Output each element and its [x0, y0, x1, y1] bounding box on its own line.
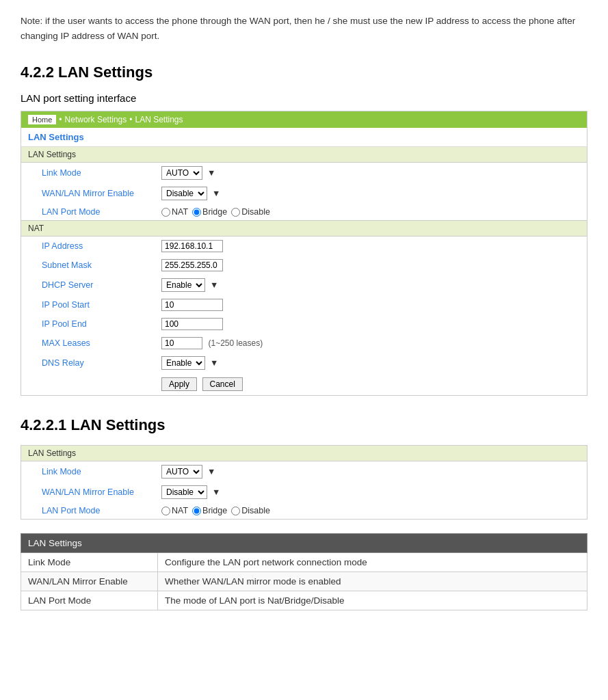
radio-disable[interactable] [231, 208, 240, 217]
subnet-mask-cell [158, 256, 587, 275]
ip-pool-start-label: IP Pool Start [21, 295, 158, 314]
dns-relay-select[interactable]: Enable [161, 356, 205, 370]
breadcrumb-lan[interactable]: LAN Settings [135, 115, 183, 124]
radio-disable-label[interactable]: Disable [231, 207, 270, 217]
action-empty-cell [21, 373, 158, 395]
mini-radio-nat-text: NAT [172, 506, 188, 515]
mini-radio-bridge[interactable] [192, 507, 201, 515]
subnet-mask-label: Subnet Mask [21, 256, 158, 275]
radio-bridge[interactable] [192, 208, 201, 217]
table-row-ip-pool-end: IP Pool End [21, 314, 587, 334]
breadcrumb-bar: Home • Network Settings • LAN Settings [21, 111, 587, 128]
max-leases-input[interactable] [161, 337, 202, 349]
nat-settings-table: IP Address Subnet Mask DHCP Server Enabl… [21, 237, 587, 395]
radio-nat-label[interactable]: NAT [161, 207, 188, 217]
info-table-row: WAN/LAN Mirror EnableWhether WAN/LAN mir… [21, 572, 587, 591]
wan-lan-select[interactable]: Disable [161, 187, 207, 200]
info-table-body: Link ModeConfigure the LAN port network … [21, 553, 587, 610]
subnet-mask-input[interactable] [161, 259, 223, 271]
info-table-header: LAN Settings [21, 534, 587, 553]
info-col1: LAN Port Mode [21, 591, 158, 610]
mini-lan-port-mode-cell: NAT Bridge Disable [158, 502, 587, 519]
table-row-ip-address: IP Address [21, 237, 587, 256]
mini-table-row-wan-lan: WAN/LAN Mirror Enable Disable ▼ [21, 482, 587, 502]
breadcrumb-sep2: • [129, 115, 132, 124]
max-leases-cell: (1~250 leases) [158, 334, 587, 353]
section-sub-heading: LAN port setting interface [21, 92, 587, 104]
mini-radio-disable-text: Disable [241, 506, 270, 515]
info-table-row: Link ModeConfigure the LAN port network … [21, 553, 587, 572]
breadcrumb-network[interactable]: Network Settings [65, 115, 127, 124]
mini-link-mode-label: Link Mode [21, 461, 158, 482]
lan-mini-box: LAN Settings Link Mode AUTO ▼ WAN/LAN Mi… [21, 445, 587, 520]
section-2-heading: 4.2.2.1 LAN Settings [21, 416, 587, 434]
mini-settings-table: Link Mode AUTO ▼ WAN/LAN Mirror Enable D… [21, 461, 587, 519]
ip-pool-end-cell [158, 314, 587, 334]
table-row-dhcp-server: DHCP Server Enable ▼ [21, 275, 587, 295]
info-table: LAN Settings Link ModeConfigure the LAN … [21, 533, 587, 610]
mini-radio-disable-label[interactable]: Disable [231, 506, 270, 515]
mini-lan-port-mode-group: NAT Bridge Disable [161, 506, 580, 515]
radio-bridge-text: Bridge [202, 207, 227, 217]
ip-address-label: IP Address [21, 237, 158, 256]
mini-radio-nat[interactable] [161, 507, 170, 515]
action-row: Apply Cancel [21, 373, 587, 395]
max-leases-label: MAX Leases [21, 334, 158, 353]
lan-interface-box: Home • Network Settings • LAN Settings L… [21, 111, 587, 396]
section-heading: 4.2.2 LAN Settings [21, 64, 587, 81]
apply-button[interactable]: Apply [161, 377, 197, 391]
section-4-2-2-1: 4.2.2.1 LAN Settings LAN Settings Link M… [21, 416, 587, 610]
dhcp-server-cell: Enable ▼ [158, 275, 587, 295]
info-col2: Whether WAN/LAN mirror mode is enabled [158, 572, 587, 591]
radio-nat[interactable] [161, 208, 170, 217]
dhcp-server-label: DHCP Server [21, 275, 158, 295]
info-table-row: LAN Port ModeThe mode of LAN port is Nat… [21, 591, 587, 610]
table-row-ip-pool-start: IP Pool Start [21, 295, 587, 314]
info-table-header-row: LAN Settings [21, 534, 587, 553]
section-4-2-2: 4.2.2 LAN Settings LAN port setting inte… [21, 64, 587, 396]
link-mode-select[interactable]: AUTO [161, 166, 202, 180]
ip-pool-end-input[interactable] [161, 318, 223, 330]
mini-wan-lan-cell: Disable ▼ [158, 482, 587, 502]
mini-radio-nat-label[interactable]: NAT [161, 506, 188, 515]
info-col1: WAN/LAN Mirror Enable [21, 572, 158, 591]
wan-lan-value-cell: Disable ▼ [158, 183, 587, 204]
ip-pool-end-label: IP Pool End [21, 314, 158, 334]
ip-address-input[interactable] [161, 240, 223, 252]
dns-relay-cell: Enable ▼ [158, 353, 587, 373]
info-col1: Link Mode [21, 553, 158, 572]
ip-address-cell [158, 237, 587, 256]
leases-note: (1~250 leases) [208, 338, 263, 348]
ip-pool-start-input[interactable] [161, 299, 223, 311]
lan-settings-title: LAN Settings [21, 128, 587, 147]
mini-wan-lan-select[interactable]: Disable [161, 485, 207, 499]
lan-settings-table: Link Mode AUTO ▼ WAN/LAN Mirror Enable D… [21, 163, 587, 220]
radio-nat-text: NAT [172, 207, 188, 217]
action-buttons-cell: Apply Cancel [158, 373, 587, 395]
radio-bridge-label[interactable]: Bridge [192, 207, 227, 217]
mini-table-row-link-mode: Link Mode AUTO ▼ [21, 461, 587, 482]
mini-radio-disable[interactable] [231, 507, 240, 515]
wan-lan-label: WAN/LAN Mirror Enable [21, 183, 158, 204]
dhcp-server-select[interactable]: Enable [161, 278, 205, 292]
table-row-max-leases: MAX Leases (1~250 leases) [21, 334, 587, 353]
mini-box-header: LAN Settings [21, 446, 587, 461]
table-row-lan-port-mode: LAN Port Mode NAT Bridge Dis [21, 204, 587, 220]
dns-relay-label: DNS Relay [21, 353, 158, 373]
mini-radio-bridge-label[interactable]: Bridge [192, 506, 227, 515]
mini-table-row-lan-port-mode: LAN Port Mode NAT Bridge Dis [21, 502, 587, 519]
breadcrumb-sep1: • [59, 115, 62, 124]
link-mode-value-cell: AUTO ▼ [158, 163, 587, 183]
mini-link-mode-cell: AUTO ▼ [158, 461, 587, 482]
lan-port-label: LAN Port Mode [21, 204, 158, 220]
link-mode-label: Link Mode [21, 163, 158, 183]
ip-pool-start-cell [158, 295, 587, 314]
mini-link-mode-select[interactable]: AUTO [161, 465, 202, 479]
nat-header: NAT [21, 220, 587, 237]
mini-radio-bridge-text: Bridge [202, 506, 227, 515]
cancel-button[interactable]: Cancel [202, 377, 243, 391]
radio-disable-text: Disable [241, 207, 270, 217]
lan-port-mode-cell: NAT Bridge Disable [158, 204, 587, 220]
breadcrumb-home[interactable]: Home [28, 115, 56, 124]
info-col2: Configure the LAN port network connectio… [158, 553, 587, 572]
